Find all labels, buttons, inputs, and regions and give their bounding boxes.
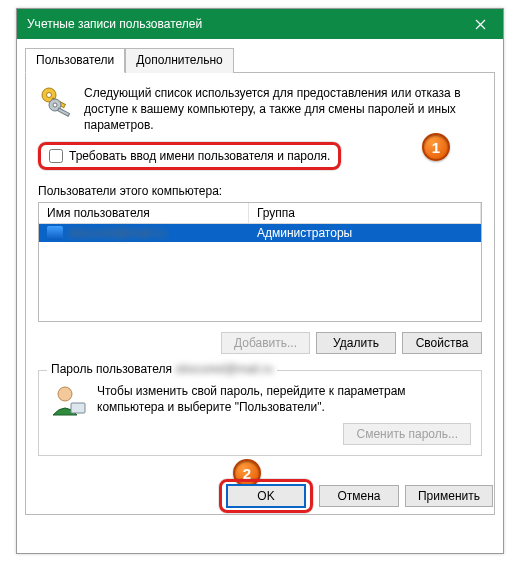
svg-point-3 bbox=[47, 93, 52, 98]
user-icon bbox=[47, 226, 63, 240]
require-credentials-row: Требовать ввод имени пользователя и паро… bbox=[38, 142, 341, 170]
svg-point-6 bbox=[53, 103, 57, 107]
tab-users[interactable]: Пользователи bbox=[25, 48, 125, 73]
cell-group: Администраторы bbox=[249, 224, 481, 242]
properties-button[interactable]: Свойства bbox=[402, 332, 482, 354]
tab-advanced-label: Дополнительно bbox=[136, 53, 222, 67]
user-buttons-row: Добавить... Удалить Свойства bbox=[38, 332, 482, 354]
require-credentials-label: Требовать ввод имени пользователя и паро… bbox=[69, 149, 330, 163]
client-area: Пользователи Дополнительно Следующий спи… bbox=[17, 39, 503, 523]
remove-button[interactable]: Удалить bbox=[316, 332, 396, 354]
dialog-buttons-row: OK Отмена Применить bbox=[219, 479, 493, 513]
password-groupbox: Пароль пользователя obscured@mail.ru Что… bbox=[38, 370, 482, 456]
users-list-label: Пользователи этого компьютера: bbox=[38, 184, 482, 198]
tab-strip: Пользователи Дополнительно bbox=[25, 47, 495, 73]
tab-advanced[interactable]: Дополнительно bbox=[125, 48, 233, 73]
cell-username: obscured@mail.ru bbox=[39, 224, 249, 242]
close-button[interactable] bbox=[458, 9, 503, 39]
users-keys-icon bbox=[38, 85, 74, 134]
close-icon bbox=[475, 19, 486, 30]
table-row[interactable]: obscured@mail.ru Администраторы bbox=[39, 224, 481, 242]
apply-button[interactable]: Применить bbox=[405, 485, 493, 507]
tab-panel-users: Следующий список используется для предос… bbox=[25, 73, 495, 515]
svg-point-8 bbox=[58, 387, 72, 401]
ok-button[interactable]: OK bbox=[226, 484, 306, 508]
ok-highlight: OK bbox=[219, 479, 313, 513]
password-group-text: Чтобы изменить свой пароль, перейдите к … bbox=[97, 383, 471, 415]
add-button: Добавить... bbox=[221, 332, 310, 354]
col-group[interactable]: Группа bbox=[249, 203, 481, 223]
users-listbox[interactable]: Имя пользователя Группа obscured@mail.ru… bbox=[38, 202, 482, 322]
tab-users-label: Пользователи bbox=[36, 53, 114, 67]
user-avatar-icon bbox=[49, 383, 87, 423]
titlebar[interactable]: Учетные записи пользователей bbox=[17, 9, 503, 39]
description-text: Следующий список используется для предос… bbox=[84, 85, 482, 134]
svg-rect-9 bbox=[71, 403, 85, 413]
annotation-badge-1: 1 bbox=[422, 133, 450, 161]
require-credentials-checkbox[interactable] bbox=[49, 149, 63, 163]
svg-rect-7 bbox=[58, 108, 70, 116]
cancel-button[interactable]: Отмена bbox=[319, 485, 399, 507]
password-group-legend: Пароль пользователя obscured@mail.ru bbox=[47, 362, 277, 376]
col-username[interactable]: Имя пользователя bbox=[39, 203, 249, 223]
dialog-window: Учетные записи пользователей Пользовател… bbox=[16, 8, 504, 554]
window-title: Учетные записи пользователей bbox=[27, 17, 202, 31]
users-list-header: Имя пользователя Группа bbox=[39, 203, 481, 224]
change-password-button: Сменить пароль... bbox=[343, 423, 471, 445]
